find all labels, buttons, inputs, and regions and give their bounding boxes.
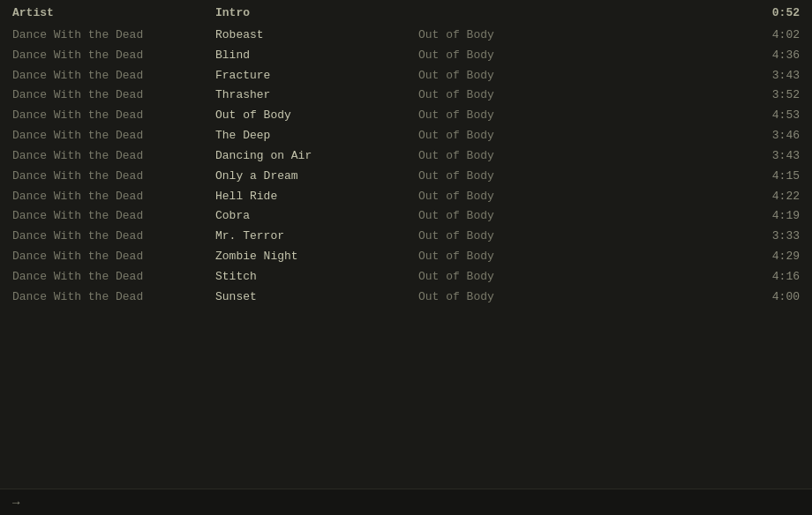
table-row[interactable]: Dance With the DeadFractureOut of Body3:… [0, 66, 812, 86]
header-artist: Artist [12, 5, 215, 22]
track-spacer [577, 87, 763, 104]
table-row[interactable]: Dance With the DeadDancing on AirOut of … [0, 146, 812, 167]
table-row[interactable]: Dance With the DeadSunsetOut of Body4:00 [0, 287, 812, 308]
track-spacer [577, 108, 763, 124]
track-album: Out of Body [418, 228, 577, 245]
track-title: Dancing on Air [215, 148, 418, 165]
track-duration: 4:19 [763, 208, 800, 225]
track-album: Out of Body [418, 289, 577, 306]
track-title: Zombie Night [215, 249, 418, 265]
track-title: Cobra [215, 208, 418, 225]
track-duration: 4:00 [763, 289, 800, 306]
track-album: Out of Body [418, 108, 577, 124]
track-duration: 3:52 [763, 87, 800, 104]
track-title: The Deep [215, 128, 418, 145]
header-album [418, 5, 577, 22]
track-spacer [577, 148, 763, 165]
track-artist: Dance With the Dead [12, 108, 215, 124]
track-title: Hell Ride [215, 189, 418, 205]
track-title: Blind [215, 48, 418, 64]
track-spacer [577, 189, 763, 205]
table-row[interactable]: Dance With the DeadStitchOut of Body4:16 [0, 267, 812, 287]
track-artist: Dance With the Dead [12, 228, 215, 245]
table-row[interactable]: Dance With the DeadHell RideOut of Body4… [0, 187, 812, 207]
track-spacer [577, 168, 763, 185]
track-duration: 3:46 [763, 128, 800, 145]
track-duration: 4:36 [763, 48, 800, 64]
table-row[interactable]: Dance With the DeadRobeastOut of Body4:0… [0, 26, 812, 46]
track-title: Robeast [215, 27, 418, 44]
table-row[interactable]: Dance With the DeadOut of BodyOut of Bod… [0, 106, 812, 126]
track-artist: Dance With the Dead [12, 87, 215, 104]
track-spacer [577, 48, 763, 64]
track-duration: 4:02 [763, 27, 800, 44]
track-album: Out of Body [418, 27, 577, 44]
table-row[interactable]: Dance With the DeadBlindOut of Body4:36 [0, 46, 812, 66]
track-duration: 4:22 [763, 189, 800, 205]
arrow-icon: → [12, 496, 19, 510]
track-title: Thrasher [215, 87, 418, 104]
track-artist: Dance With the Dead [12, 289, 215, 306]
track-artist: Dance With the Dead [12, 269, 215, 286]
track-artist: Dance With the Dead [12, 208, 215, 225]
track-title: Out of Body [215, 108, 418, 124]
track-artist: Dance With the Dead [12, 68, 215, 85]
table-row[interactable]: Dance With the DeadOnly a DreamOut of Bo… [0, 167, 812, 187]
track-spacer [577, 249, 763, 265]
track-duration: 3:33 [763, 228, 800, 245]
track-spacer [577, 128, 763, 145]
table-row[interactable]: Dance With the DeadCobraOut of Body4:19 [0, 206, 812, 227]
track-spacer [577, 289, 763, 306]
track-list: Artist Intro 0:52 Dance With the DeadRob… [0, 0, 812, 311]
track-artist: Dance With the Dead [12, 128, 215, 145]
track-list-header: Artist Intro 0:52 [0, 4, 812, 26]
track-duration: 3:43 [763, 148, 800, 165]
bottom-bar: → [0, 489, 812, 515]
track-title: Sunset [215, 289, 418, 306]
track-artist: Dance With the Dead [12, 249, 215, 265]
track-artist: Dance With the Dead [12, 148, 215, 165]
track-spacer [577, 228, 763, 245]
track-duration: 4:29 [763, 249, 800, 265]
track-album: Out of Body [418, 168, 577, 185]
table-row[interactable]: Dance With the DeadZombie NightOut of Bo… [0, 247, 812, 267]
track-duration: 4:15 [763, 168, 800, 185]
table-row[interactable]: Dance With the DeadMr. TerrorOut of Body… [0, 227, 812, 247]
track-album: Out of Body [418, 269, 577, 286]
header-title: Intro [215, 5, 418, 22]
header-duration: 0:52 [763, 5, 800, 22]
track-album: Out of Body [418, 87, 577, 104]
table-row[interactable]: Dance With the DeadThrasherOut of Body3:… [0, 86, 812, 106]
track-duration: 4:53 [763, 108, 800, 124]
track-spacer [577, 269, 763, 286]
track-album: Out of Body [418, 189, 577, 205]
track-title: Fracture [215, 68, 418, 85]
track-artist: Dance With the Dead [12, 189, 215, 205]
track-artist: Dance With the Dead [12, 168, 215, 185]
track-spacer [577, 208, 763, 225]
header-spacer [577, 5, 763, 22]
track-spacer [577, 68, 763, 85]
table-row[interactable]: Dance With the DeadThe DeepOut of Body3:… [0, 126, 812, 146]
track-spacer [577, 27, 763, 44]
track-album: Out of Body [418, 128, 577, 145]
track-title: Mr. Terror [215, 228, 418, 245]
track-album: Out of Body [418, 249, 577, 265]
track-artist: Dance With the Dead [12, 27, 215, 44]
track-artist: Dance With the Dead [12, 48, 215, 64]
track-album: Out of Body [418, 148, 577, 165]
track-album: Out of Body [418, 68, 577, 85]
track-album: Out of Body [418, 208, 577, 225]
track-duration: 4:16 [763, 269, 800, 286]
track-album: Out of Body [418, 48, 577, 64]
track-duration: 3:43 [763, 68, 800, 85]
track-title: Stitch [215, 269, 418, 286]
track-title: Only a Dream [215, 168, 418, 185]
